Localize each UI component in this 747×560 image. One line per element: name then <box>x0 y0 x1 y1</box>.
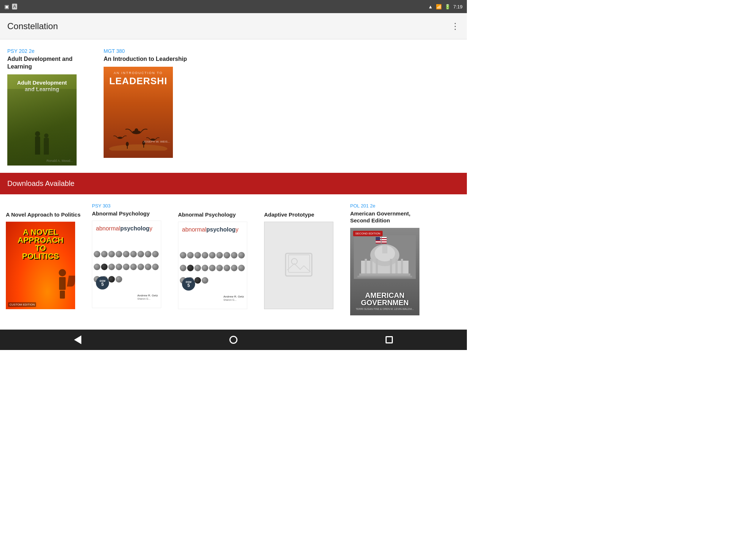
dsm-badge-1: DSM 5 <box>96 276 109 289</box>
back-icon <box>74 335 81 344</box>
book-cover-abnormal-1: abnormalpsychology <box>92 221 161 308</box>
abnormal-author-2: Andrew R. GetzSharon G... <box>224 295 244 302</box>
course-label-adaptive <box>264 203 344 210</box>
status-bar: ▣ A ▲ 📶 🔋 7:19 <box>0 0 467 13</box>
course-label-abnormal-2 <box>178 203 258 210</box>
svg-rect-22 <box>382 245 387 253</box>
amgov-edition-badge: SECOND EDITION <box>353 231 383 236</box>
book-card-leadership[interactable]: MGT 380 An Introduction to Leadership AN… <box>104 48 191 166</box>
book-title-leadership: An Introduction to Leadership <box>104 55 191 63</box>
svg-rect-26 <box>390 259 392 273</box>
svg-rect-30 <box>357 276 412 277</box>
main-content: PSY 202 2e Adult Development and Learnin… <box>0 39 467 330</box>
book-cover-politics: A NOVELAPPROACHTOPOLITICS CUSTOM EDITION <box>6 222 75 309</box>
book-title-amgov: American Government, Second Edition <box>350 210 430 224</box>
course-label-leadership: MGT 380 <box>104 48 191 54</box>
download-card-amgov[interactable]: POL 201 2e American Government, Second E… <box>350 203 430 315</box>
app-title: Constellation <box>7 21 58 31</box>
textbooks-section: PSY 202 2e Adult Development and Learnin… <box>0 39 467 170</box>
leadership-main-title: LEADERSHI <box>109 76 167 86</box>
leadership-author: JOSEPH W. WEIS... <box>143 140 170 143</box>
home-icon <box>229 336 237 344</box>
birds-svg <box>109 121 167 151</box>
book-cover-adult-dev: Adult Developmentand Learning Ronald A. … <box>7 74 77 166</box>
svg-rect-10 <box>289 255 310 272</box>
politics-title: A NOVELAPPROACHTOPOLITICS <box>18 228 63 260</box>
book-cover-adaptive <box>264 222 333 309</box>
book-cover-leadership: AN INTRODUCTION TO LEADERSHI <box>104 67 173 158</box>
placeholder-image-icon <box>284 252 313 279</box>
capitol-svg <box>354 235 416 279</box>
download-card-abnormal-1[interactable]: PSY 303 Abnormal Psychology abnormalpsyc… <box>92 203 172 315</box>
svg-point-6 <box>126 142 129 146</box>
amgov-cover-title: AMERICANGOVERNMEN <box>361 292 409 306</box>
course-label-adult-dev: PSY 202 2e <box>7 48 95 54</box>
notification-icon: ▣ <box>4 4 9 9</box>
download-card-politics[interactable]: A Novel Approach to Politics A NOVELAPPR… <box>6 203 86 315</box>
course-label-politics <box>6 203 86 210</box>
svg-rect-23 <box>365 259 367 273</box>
abnormal-title-1: abnormalpsychology <box>96 225 152 232</box>
app-bar: Constellation ⋮ <box>0 13 467 39</box>
book-title-abnormal-2: Abnormal Psychology <box>178 211 258 218</box>
svg-rect-25 <box>376 259 378 273</box>
book-title-adaptive: Adaptive Prototype <box>264 211 344 218</box>
recent-icon <box>386 336 393 343</box>
svg-rect-24 <box>370 259 372 273</box>
book-card-adult-dev[interactable]: PSY 202 2e Adult Development and Learnin… <box>7 48 95 166</box>
status-bar-left: ▣ A <box>4 4 17 9</box>
book-cover-amgov: SECOND EDITION AMERICANGOVERNMEN TERRI S… <box>350 228 419 315</box>
abnormal-author-1: Andrew R. GetzSharon G... <box>138 294 158 300</box>
home-button[interactable] <box>222 332 244 347</box>
course-label-abnormal-1: PSY 303 <box>92 203 172 209</box>
signal-icon: 📶 <box>436 4 442 9</box>
download-card-adaptive[interactable]: Adaptive Prototype <box>264 203 344 315</box>
app-icon-a: A <box>12 4 17 9</box>
downloads-banner-text: Downloads Available <box>7 179 74 188</box>
download-card-abnormal-2[interactable]: Abnormal Psychology abnormalpsychology <box>178 203 258 315</box>
svg-rect-28 <box>401 259 403 273</box>
back-button[interactable] <box>67 332 89 347</box>
downloads-section: A Novel Approach to Politics A NOVELAPPR… <box>0 194 467 320</box>
dsm-badge-2: DSM 5 <box>182 277 195 291</box>
cover-text-adult: Adult Developmentand Learning <box>17 79 67 93</box>
book-cover-abnormal-2: abnormalpsychology <box>178 222 247 309</box>
more-menu-button[interactable]: ⋮ <box>451 21 460 31</box>
recent-button[interactable] <box>378 332 400 347</box>
svg-rect-29 <box>359 273 410 276</box>
wifi-icon: ▲ <box>428 4 433 9</box>
svg-rect-17 <box>376 237 380 240</box>
battery-icon: 🔋 <box>445 4 450 9</box>
svg-point-0 <box>109 144 167 151</box>
leadership-cover-header: AN INTRODUCTION TO <box>114 71 163 75</box>
svg-rect-27 <box>395 259 398 273</box>
status-bar-right: ▲ 📶 🔋 7:19 <box>428 4 462 9</box>
downloads-banner: Downloads Available <box>0 173 467 194</box>
svg-point-3 <box>117 137 123 139</box>
book-title-politics: A Novel Approach to Politics <box>6 211 86 218</box>
book-title-adult-dev: Adult Development and Learning <box>7 55 95 71</box>
nav-bar <box>0 330 467 350</box>
amgov-cover-authors: TERRI SUSAN FINE & OREN M. LEVIN-WALDM..… <box>356 308 414 310</box>
politics-edition: CUSTOM EDITION <box>8 302 36 307</box>
svg-point-2 <box>135 128 138 133</box>
cover-figures <box>35 136 49 155</box>
book-title-abnormal-1: Abnormal Psychology <box>92 210 172 217</box>
abnormal-title-2: abnormalpsychology <box>182 226 239 233</box>
clock: 7:19 <box>453 4 462 9</box>
course-label-amgov: POL 201 2e <box>350 203 430 209</box>
cover-author-adult: Ronald A. Mossl... <box>46 159 73 163</box>
